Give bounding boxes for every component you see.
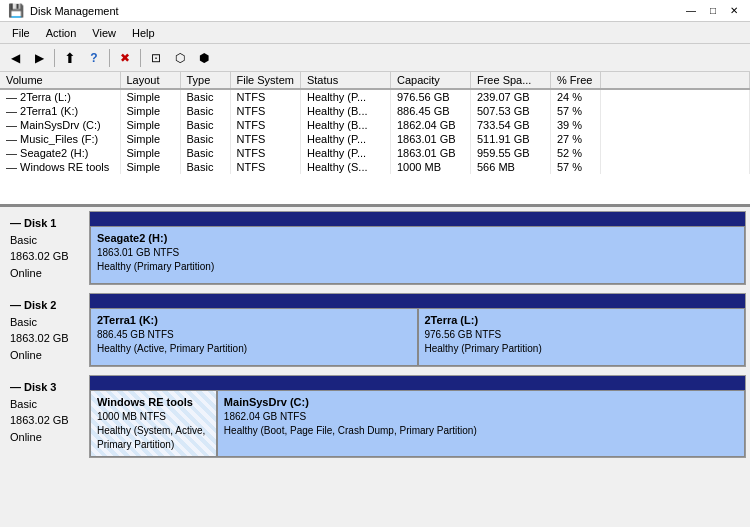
cell-volume: — 2Terra1 (K:) [0, 104, 120, 118]
cell-layout: Simple [120, 146, 180, 160]
disk-row-disk2: — Disk 2 Basic 1863.02 GB Online 2Terra1… [4, 293, 746, 367]
toolbar-btn-4[interactable]: ⊡ [145, 47, 167, 69]
partition-name: 2Terra1 (K:) [97, 313, 411, 328]
col-layout: Layout [120, 72, 180, 89]
cell-type: Basic [180, 146, 230, 160]
col-fs: File System [230, 72, 300, 89]
volume-table: Volume Layout Type File System Status Ca… [0, 72, 750, 174]
partition-name: Seagate2 (H:) [97, 231, 738, 246]
disk-name: — Disk 1 [10, 215, 83, 232]
disk-name: — Disk 2 [10, 297, 83, 314]
partition-size: 1000 MB NTFS [97, 410, 210, 424]
table-row[interactable]: — MainSysDrv (C:) Simple Basic NTFS Heal… [0, 118, 750, 132]
table-row[interactable]: — Windows RE tools Simple Basic NTFS Hea… [0, 160, 750, 174]
cell-type: Basic [180, 104, 230, 118]
partition[interactable]: 2Terra1 (K:) 886.45 GB NTFS Healthy (Act… [90, 308, 418, 366]
menu-bar: File Action View Help [0, 22, 750, 44]
cell-status: Healthy (P... [300, 89, 390, 104]
partition-name: 2Terra (L:) [425, 313, 739, 328]
cell-capacity: 1863.01 GB [390, 146, 470, 160]
toolbar-back[interactable]: ◀ [4, 47, 26, 69]
app-title: Disk Management [30, 5, 119, 17]
cell-fs: NTFS [230, 132, 300, 146]
cell-fs: NTFS [230, 146, 300, 160]
col-pct: % Free [550, 72, 600, 89]
partition[interactable]: MainSysDrv (C:) 1862.04 GB NTFS Healthy … [217, 390, 745, 457]
table-row[interactable]: — 2Terra1 (K:) Simple Basic NTFS Healthy… [0, 104, 750, 118]
partition-size: 1862.04 GB NTFS [224, 410, 738, 424]
toolbar-btn-5[interactable]: ⬡ [169, 47, 191, 69]
table-row[interactable]: — 2Terra (L:) Simple Basic NTFS Healthy … [0, 89, 750, 104]
cell-type: Basic [180, 118, 230, 132]
disk-type: Basic [10, 396, 83, 413]
partition[interactable]: Windows RE tools 1000 MB NTFS Healthy (S… [90, 390, 217, 457]
toolbar-sep-1 [54, 49, 55, 67]
cell-extra [600, 160, 749, 174]
col-type: Type [180, 72, 230, 89]
toolbar-forward[interactable]: ▶ [28, 47, 50, 69]
partition-status: Healthy (Active, Primary Partition) [97, 342, 411, 356]
menu-action[interactable]: Action [38, 25, 85, 41]
cell-capacity: 1862.04 GB [390, 118, 470, 132]
table-row[interactable]: — Music_Files (F:) Simple Basic NTFS Hea… [0, 132, 750, 146]
partition-status: Healthy (System, Active, Primary Partiti… [97, 424, 210, 452]
cell-fs: NTFS [230, 104, 300, 118]
disk-header-bar [90, 376, 745, 390]
menu-help[interactable]: Help [124, 25, 163, 41]
cell-volume: — 2Terra (L:) [0, 89, 120, 104]
disk-type: Basic [10, 232, 83, 249]
disk-header-bar [90, 212, 745, 226]
disk-row-disk3: — Disk 3 Basic 1863.02 GB Online Windows… [4, 375, 746, 458]
cell-free: 511.91 GB [470, 132, 550, 146]
disk-size: 1863.02 GB [10, 412, 83, 429]
toolbar-properties[interactable]: ✖ [114, 47, 136, 69]
cell-extra [600, 146, 749, 160]
disk-name: — Disk 3 [10, 379, 83, 396]
disk-type: Basic [10, 314, 83, 331]
cell-free: 566 MB [470, 160, 550, 174]
table-row[interactable]: — Seagate2 (H:) Simple Basic NTFS Health… [0, 146, 750, 160]
cell-volume: — Music_Files (F:) [0, 132, 120, 146]
toolbar-up[interactable]: ⬆ [59, 47, 81, 69]
cell-pct: 27 % [550, 132, 600, 146]
partition-size: 976.56 GB NTFS [425, 328, 739, 342]
cell-fs: NTFS [230, 89, 300, 104]
disk-content-disk3: Windows RE tools 1000 MB NTFS Healthy (S… [89, 375, 746, 458]
cell-type: Basic [180, 160, 230, 174]
toolbar-sep-3 [140, 49, 141, 67]
cell-fs: NTFS [230, 118, 300, 132]
cell-free: 733.54 GB [470, 118, 550, 132]
col-capacity: Capacity [390, 72, 470, 89]
menu-file[interactable]: File [4, 25, 38, 41]
cell-free: 507.53 GB [470, 104, 550, 118]
disk-label-disk1: — Disk 1 Basic 1863.02 GB Online [4, 211, 89, 285]
disk-label-disk2: — Disk 2 Basic 1863.02 GB Online [4, 293, 89, 367]
menu-view[interactable]: View [84, 25, 124, 41]
partition[interactable]: Seagate2 (H:) 1863.01 GB NTFS Healthy (P… [90, 226, 745, 284]
minimize-button[interactable]: — [682, 5, 700, 16]
col-volume: Volume [0, 72, 120, 89]
disk-content-disk1: Seagate2 (H:) 1863.01 GB NTFS Healthy (P… [89, 211, 746, 285]
cell-layout: Simple [120, 132, 180, 146]
close-button[interactable]: ✕ [726, 5, 742, 16]
main-area: Volume Layout Type File System Status Ca… [0, 72, 750, 527]
partition-name: Windows RE tools [97, 395, 210, 410]
disk-row-disk1: — Disk 1 Basic 1863.02 GB Online Seagate… [4, 211, 746, 285]
cell-volume: — Windows RE tools [0, 160, 120, 174]
title-bar: 💾 Disk Management — □ ✕ [0, 0, 750, 22]
cell-capacity: 886.45 GB [390, 104, 470, 118]
cell-status: Healthy (S... [300, 160, 390, 174]
cell-pct: 52 % [550, 146, 600, 160]
disk-partitions: Seagate2 (H:) 1863.01 GB NTFS Healthy (P… [90, 226, 745, 284]
toolbar-btn-6[interactable]: ⬢ [193, 47, 215, 69]
cell-capacity: 1000 MB [390, 160, 470, 174]
toolbar-help[interactable]: ? [83, 47, 105, 69]
partition-status: Healthy (Primary Partition) [425, 342, 739, 356]
cell-pct: 57 % [550, 104, 600, 118]
disk-header-bar [90, 294, 745, 308]
table-body: — 2Terra (L:) Simple Basic NTFS Healthy … [0, 89, 750, 174]
maximize-button[interactable]: □ [706, 5, 720, 16]
partition-size: 886.45 GB NTFS [97, 328, 411, 342]
cell-free: 239.07 GB [470, 89, 550, 104]
partition[interactable]: 2Terra (L:) 976.56 GB NTFS Healthy (Prim… [418, 308, 746, 366]
